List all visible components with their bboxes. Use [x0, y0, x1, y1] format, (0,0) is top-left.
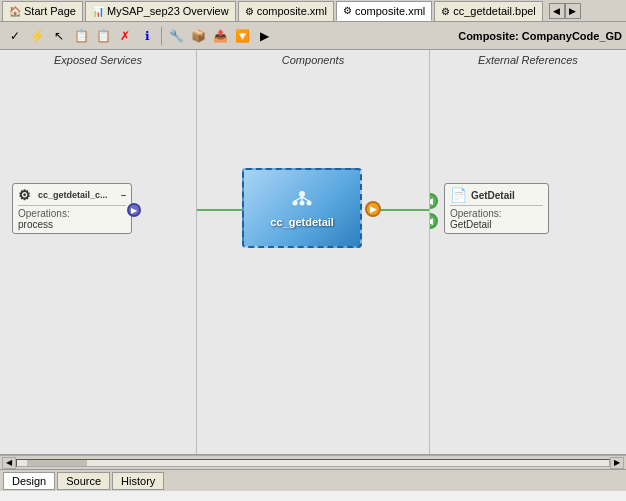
external-ref-title: 📄 GetDetail — [450, 187, 543, 203]
tab-composite-xml-1[interactable]: ⚙ composite.xml — [238, 1, 334, 21]
svg-point-4 — [300, 200, 305, 205]
tab-bar: 🏠 Start Page 📊 MySAP_sep23 Overview ⚙ co… — [0, 0, 626, 22]
start-page-icon: 🏠 — [9, 6, 21, 17]
tab-mysap-overview[interactable]: 📊 MySAP_sep23 Overview — [85, 1, 236, 21]
exposed-connector-out[interactable]: ▶ — [127, 203, 141, 217]
exposed-services-section: Exposed Services ⚙ cc_getdetail_c... – O… — [0, 50, 197, 454]
exposed-service-node[interactable]: ⚙ cc_getdetail_c... – Operations: proces… — [12, 183, 132, 234]
svg-line-6 — [295, 197, 302, 201]
scroll-track[interactable] — [16, 459, 610, 467]
composite1-icon: ⚙ — [245, 6, 254, 17]
svg-point-5 — [307, 200, 312, 205]
toolbar-deploy-btn[interactable]: 📤 — [210, 26, 230, 46]
toolbar-check-btn[interactable]: ✓ — [5, 26, 25, 46]
exposed-service-name: cc_getdetail_c... — [38, 190, 121, 200]
tab-cc-getdetail[interactable]: ⚙ cc_getdetail.bpel — [434, 1, 543, 21]
tab-next-button[interactable]: ▶ — [565, 3, 581, 19]
tab-start-page[interactable]: 🏠 Start Page — [2, 1, 83, 21]
mysap-icon: 📊 — [92, 6, 104, 17]
tab-design[interactable]: Design — [3, 472, 55, 490]
tab-source[interactable]: Source — [57, 472, 110, 490]
external-refs-header: External References — [430, 50, 626, 68]
external-ops-value: GetDetail — [450, 219, 543, 230]
components-section: Components — [197, 50, 430, 454]
component-connector-out[interactable]: ▶ — [365, 201, 381, 217]
svg-line-8 — [302, 197, 309, 201]
composite-label: Composite: CompanyCode_GD — [458, 30, 622, 42]
external-connector-top[interactable]: ◀ — [430, 193, 438, 209]
connection-lines — [197, 68, 429, 454]
components-canvas: cc_getdetail ▶ — [197, 68, 429, 454]
external-refs-section: External References ◀ ◀ 📄 GetDetail Oper… — [430, 50, 626, 454]
toolbar-info-btn[interactable]: ℹ — [137, 26, 157, 46]
tab-composite-xml-2[interactable]: ⚙ composite.xml — [336, 1, 432, 21]
exposed-services-header: Exposed Services — [0, 50, 196, 68]
external-ops-label: Operations: — [450, 205, 543, 219]
external-ref-icon: 📄 — [450, 187, 467, 203]
scroll-thumb[interactable] — [27, 460, 87, 466]
horizontal-scrollbar[interactable]: ◀ ▶ — [0, 455, 626, 469]
exposed-service-title: ⚙ cc_getdetail_c... – — [18, 187, 126, 203]
exposed-collapse-btn[interactable]: – — [121, 190, 126, 200]
component-node[interactable]: cc_getdetail — [242, 168, 362, 248]
toolbar-copy-btn[interactable]: 📋 — [71, 26, 91, 46]
toolbar-run-btn[interactable]: ⚡ — [27, 26, 47, 46]
external-ref-name: GetDetail — [471, 190, 515, 201]
external-connector-bottom[interactable]: ◀ — [430, 213, 438, 229]
bottom-tab-bar: Design Source History — [0, 469, 626, 491]
component-icon — [291, 189, 313, 212]
toolbar-sep-1 — [161, 27, 162, 45]
toolbar-dropdown-btn[interactable]: 🔽 — [232, 26, 252, 46]
exposed-ops-value: process — [18, 219, 126, 230]
svg-point-3 — [293, 200, 298, 205]
tab-history[interactable]: History — [112, 472, 164, 490]
toolbar: ✓ ⚡ ↖ 📋 📋 ✗ ℹ 🔧 📦 📤 🔽 ▶ Composite: Compa… — [0, 22, 626, 50]
toolbar-delete-btn[interactable]: ✗ — [115, 26, 135, 46]
toolbar-settings-btn[interactable]: 🔧 — [166, 26, 186, 46]
components-header: Components — [197, 50, 429, 68]
main-canvas-area: Exposed Services ⚙ cc_getdetail_c... – O… — [0, 50, 626, 455]
toolbar-package-btn[interactable]: 📦 — [188, 26, 208, 46]
toolbar-paste-btn[interactable]: 📋 — [93, 26, 113, 46]
exposed-canvas: ⚙ cc_getdetail_c... – Operations: proces… — [0, 68, 196, 454]
cc-getdetail-icon: ⚙ — [441, 6, 450, 17]
tab-nav-buttons: ◀ ▶ — [549, 3, 581, 19]
toolbar-cursor-btn[interactable]: ↖ — [49, 26, 69, 46]
scroll-left-btn[interactable]: ◀ — [2, 457, 16, 469]
svg-point-2 — [299, 191, 305, 197]
exposed-ops-label: Operations: — [18, 205, 126, 219]
tab-prev-button[interactable]: ◀ — [549, 3, 565, 19]
exposed-gear-icon: ⚙ — [18, 187, 34, 203]
composite2-icon: ⚙ — [343, 5, 352, 16]
toolbar-play-btn[interactable]: ▶ — [254, 26, 274, 46]
component-label: cc_getdetail — [270, 216, 334, 228]
external-ref-node[interactable]: 📄 GetDetail Operations: GetDetail — [444, 183, 549, 234]
external-canvas: ◀ ◀ 📄 GetDetail Operations: GetDetail — [430, 68, 626, 454]
scroll-right-btn[interactable]: ▶ — [610, 457, 624, 469]
